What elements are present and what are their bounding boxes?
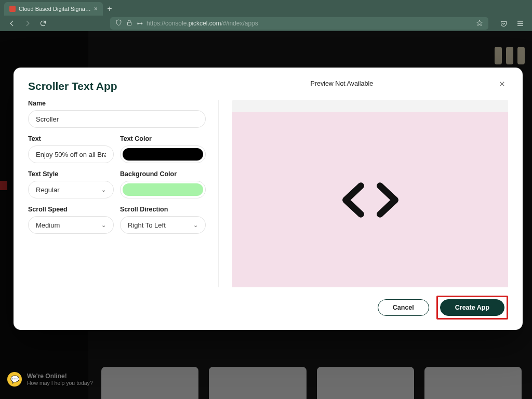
create-button-highlight: Create App: [436, 296, 508, 320]
modal-footer: Cancel Create App: [28, 296, 508, 320]
create-app-button[interactable]: Create App: [440, 299, 504, 316]
scroll-speed-label: Scroll Speed: [28, 206, 114, 213]
forward-button: [22, 18, 33, 29]
menu-icon[interactable]: [514, 18, 526, 29]
scroll-direction-select[interactable]: Right To Left ⌄: [120, 216, 206, 234]
scroll-speed-select[interactable]: Medium ⌄: [28, 216, 114, 234]
text-style-label: Text Style: [28, 170, 114, 178]
scroll-speed-value: Medium: [36, 221, 60, 229]
tab-title: Cloud Based Digital Signage Pr: [19, 6, 91, 12]
new-tab-button[interactable]: +: [103, 2, 116, 16]
bg-color-label: Background Color: [120, 170, 206, 178]
shield-icon: [115, 19, 122, 28]
preview-canvas: [232, 112, 508, 287]
chat-widget[interactable]: 💬 We're Online! How may I help you today…: [7, 372, 93, 387]
tab-close-icon[interactable]: ×: [94, 5, 98, 12]
chevron-down-icon: ⌄: [193, 222, 198, 229]
scroll-direction-label: Scroll Direction: [120, 206, 206, 213]
text-color-picker[interactable]: [120, 145, 206, 163]
text-color-label: Text Color: [120, 135, 206, 142]
chevron-down-icon: ⌄: [101, 222, 106, 229]
preview-status: Preview Not Available: [185, 80, 499, 87]
address-bar: ⊶ https://console.pickcel.com/#/index/ap…: [0, 16, 532, 31]
preview-header-bar: [232, 100, 508, 112]
text-style-select[interactable]: Regular ⌄: [28, 181, 114, 198]
pocket-icon[interactable]: [498, 18, 509, 29]
text-label: Text: [28, 135, 114, 142]
chat-subtext: How may I help you today?: [27, 380, 93, 386]
key-icon: ⊶: [137, 20, 142, 27]
reload-button[interactable]: [37, 18, 49, 29]
bg-color-picker[interactable]: [120, 181, 206, 198]
scroller-text-modal: Scroller Text App Preview Not Available …: [14, 68, 523, 330]
chat-status: We're Online!: [27, 373, 93, 380]
back-button[interactable]: [6, 18, 18, 29]
close-icon[interactable]: ✕: [499, 80, 508, 89]
preview-pane: [232, 100, 508, 287]
scroll-direction-value: Right To Left: [128, 221, 166, 229]
cancel-button[interactable]: Cancel: [378, 299, 429, 316]
text-style-value: Regular: [36, 186, 60, 194]
text-input[interactable]: [28, 145, 114, 163]
tab-favicon: [9, 6, 16, 12]
name-input[interactable]: [28, 110, 206, 128]
url-text: https://console.pickcel.com/#/index/apps: [147, 20, 472, 27]
settings-form: Name Text Text Color Text Style: [28, 100, 219, 287]
browser-tab[interactable]: Cloud Based Digital Signage Pr ×: [4, 2, 103, 16]
tab-bar: Cloud Based Digital Signage Pr × +: [0, 0, 532, 16]
modal-title: Scroller Text App: [28, 80, 117, 92]
chat-icon: 💬: [7, 372, 22, 387]
lock-icon: [126, 20, 132, 28]
code-icon: [337, 180, 404, 220]
url-box[interactable]: ⊶ https://console.pickcel.com/#/index/ap…: [110, 17, 488, 30]
bookmark-icon[interactable]: [476, 19, 483, 28]
name-label: Name: [28, 100, 206, 107]
chevron-down-icon: ⌄: [101, 187, 106, 193]
browser-chrome: Cloud Based Digital Signage Pr × + ⊶ htt…: [0, 0, 532, 31]
